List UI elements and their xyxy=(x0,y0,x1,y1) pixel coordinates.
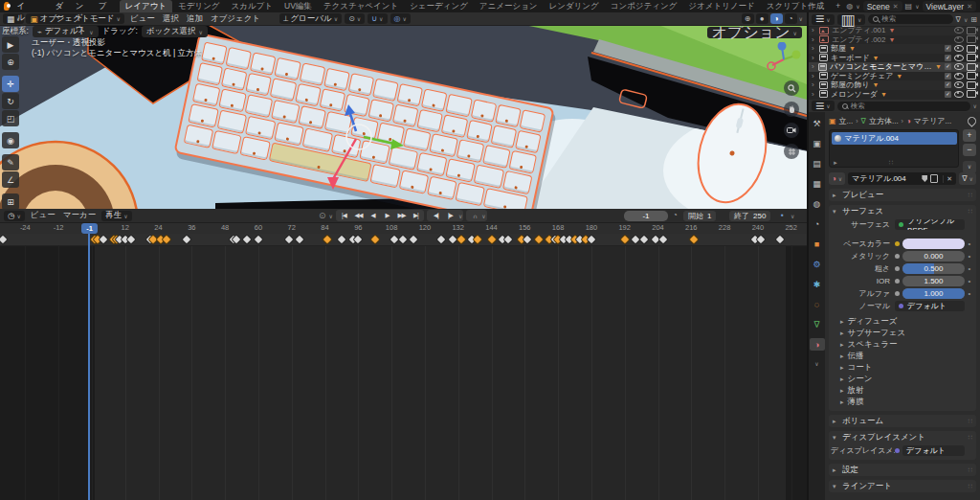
copy-datablock-icon[interactable] xyxy=(930,174,938,183)
tool-tab[interactable]: ⚒ xyxy=(810,117,825,129)
keyframe-diamond[interactable] xyxy=(632,236,639,243)
transform-tool[interactable]: ◉ xyxy=(2,132,19,148)
exclude-checkbox[interactable]: ✓ xyxy=(945,91,951,98)
frame-step-caret[interactable]: ∨ xyxy=(458,213,462,219)
キーボード[interactable]: › キーボード ▼ ✓ xyxy=(809,54,980,63)
keyframe-diamond[interactable] xyxy=(474,236,481,243)
value-slider[interactable]: 0.000 xyxy=(902,251,965,261)
blender-logo-icon[interactable] xyxy=(4,2,10,11)
object-name[interactable]: キーボード xyxy=(831,54,870,63)
エンプティ.001[interactable]: › エンプティ.001 ▼ ✓ xyxy=(809,26,980,35)
displacement-panel-header[interactable]: ▾ディスプレイスメント∷ xyxy=(829,431,976,443)
scene-tab[interactable]: ◍ xyxy=(810,197,825,210)
snap-toggle-icon[interactable]: ◎∨ xyxy=(390,13,411,24)
breadcrumb-material[interactable]: マテリア... xyxy=(914,116,951,126)
keyframe-diamond[interactable] xyxy=(338,236,345,243)
keyframe-diamond[interactable] xyxy=(370,236,378,243)
disable-render-camera-icon[interactable] xyxy=(967,81,976,89)
viewlayer-unlink-icon[interactable]: ✕ xyxy=(967,3,972,11)
frame-start-field[interactable]: 開始1 xyxy=(683,211,716,221)
topbar-menu-item[interactable]: ウィンドウ xyxy=(71,0,94,35)
workspace-tab[interactable]: + xyxy=(830,0,846,12)
rotate-tool[interactable]: ↻ xyxy=(2,93,19,109)
keyframe-diamond[interactable] xyxy=(523,236,531,243)
playback-button[interactable]: ▶▶ xyxy=(394,212,409,219)
timeline-menu-item[interactable]: マーカー xyxy=(63,210,96,221)
add-slot-button[interactable]: + xyxy=(963,129,976,142)
animate-dot[interactable]: • xyxy=(965,239,974,248)
keyframe-diamond[interactable] xyxy=(757,236,765,243)
workspace-tab[interactable]: スクリプト作成 xyxy=(761,0,831,12)
timeline-ruler[interactable]: -24-121224364860728496108120132144156168… xyxy=(0,222,807,234)
subpanel-header[interactable]: ▸サブサーフェス xyxy=(831,328,974,339)
material-name-field[interactable]: マテリアル.004 ✕ xyxy=(848,172,956,185)
exclude-checkbox[interactable]: ✓ xyxy=(945,73,951,80)
properties-editor-type-button[interactable]: ≡∨ xyxy=(812,101,835,111)
keyframe-diamond[interactable] xyxy=(504,236,512,243)
keyframe-diamond[interactable] xyxy=(390,236,398,243)
pin-icon[interactable] xyxy=(966,115,978,127)
breadcrumb-object[interactable]: 立... xyxy=(839,116,854,126)
output-tab[interactable]: ▤ xyxy=(810,157,825,170)
keyframe-diamond[interactable] xyxy=(296,236,303,243)
viewport-canvas[interactable]: 座標系: ⌁デフォルト∨ ドラッグ: ボックス選択∨ オプション∨ ユーザー・透… xyxy=(0,25,807,209)
navigation-gizmo[interactable] xyxy=(767,42,801,77)
timeline-editor[interactable]: ◷∨ ビューマーカー 再生∨ ⊙∨ |◀◀◀◀▶▶▶▶| ◀||▶ ∨ ∩∨ xyxy=(0,209,807,500)
outliner-scope-icon[interactable]: ▥∨ xyxy=(837,14,866,25)
playback-button[interactable]: ◀ xyxy=(366,212,380,219)
workspace-tab[interactable]: モデリング xyxy=(172,0,226,12)
keyframe-diamond[interactable] xyxy=(255,236,262,243)
部屋の飾り[interactable]: › 部屋の飾り ▼ ✓ xyxy=(809,80,980,90)
tab-scroll-caret[interactable]: ∨ xyxy=(814,360,818,367)
disable-render-camera-icon[interactable] xyxy=(967,90,976,98)
disable-render-camera-icon[interactable] xyxy=(967,45,976,53)
expand-arrow-icon[interactable]: › xyxy=(812,35,816,44)
keying-caret[interactable]: ∨ xyxy=(791,213,794,219)
workspace-tab[interactable]: シェーディング xyxy=(404,0,474,12)
cursor-tool[interactable]: ⊕ xyxy=(2,54,19,70)
color-swatch[interactable] xyxy=(902,239,965,249)
move-tool[interactable]: ✛ xyxy=(2,76,19,92)
subpanel-header[interactable]: ▸シーン xyxy=(831,374,974,385)
zoom-icon[interactable] xyxy=(784,80,799,96)
メロンソーダ[interactable]: › メロンソーダ ▼ ✓ xyxy=(809,90,980,100)
パソコンとモニターとマウスと机[interactable]: › パソコンとモニターとマウスと机 ▼ ✓ xyxy=(809,62,980,72)
outliner[interactable]: ≡∨ ▥∨ 検索 ∇∨ ⊞ › エンプティ.001 ▼ ✓ xyxy=(809,12,980,100)
keyframe-diamond[interactable] xyxy=(535,236,543,243)
hide-eye-icon[interactable] xyxy=(954,91,964,98)
exclude-checkbox[interactable]: ✓ xyxy=(945,55,951,61)
disable-render-camera-icon[interactable] xyxy=(967,27,976,34)
timeline-channel-area[interactable] xyxy=(0,234,807,500)
scene-dropdown-caret[interactable]: ∨ xyxy=(856,3,859,10)
object-tab[interactable]: ■ xyxy=(810,238,825,250)
frame-step-button[interactable]: |▶ xyxy=(443,212,457,219)
value-slider[interactable]: 0.500 xyxy=(902,263,965,274)
add-cube-tool[interactable]: ⊞ xyxy=(2,193,19,209)
hide-eye-icon[interactable] xyxy=(954,81,964,88)
keyframe-diamond[interactable] xyxy=(398,236,406,243)
hide-eye-icon[interactable] xyxy=(954,55,964,61)
playback-menu[interactable]: 再生∨ xyxy=(101,211,131,221)
physics-tab[interactable]: ◌ xyxy=(810,298,825,310)
keyframe-diamond[interactable] xyxy=(163,236,170,243)
workspace-tab[interactable]: レンダリング xyxy=(544,0,605,12)
keyframe-diamond[interactable] xyxy=(651,236,658,243)
viewlayer-tab[interactable]: ▦ xyxy=(810,177,825,190)
keyframe-diamond[interactable] xyxy=(487,236,495,243)
timeline-summary-track[interactable] xyxy=(0,234,807,246)
disable-render-camera-icon[interactable] xyxy=(967,72,976,80)
displacement-method-dropdown[interactable]: デフォルト xyxy=(902,445,965,456)
expand-arrow-icon[interactable]: › xyxy=(812,62,815,71)
viewport-menu-item[interactable]: オブジェクト xyxy=(207,13,264,25)
auto-key-record-icon[interactable]: ⊙ xyxy=(319,211,326,220)
lineart-panel-header[interactable]: ▾ラインアート∷ xyxy=(829,480,976,492)
hide-eye-icon[interactable] xyxy=(954,45,964,52)
disable-render-camera-icon[interactable] xyxy=(967,63,976,71)
keyframe-diamond[interactable] xyxy=(354,236,362,243)
measure-tool[interactable]: ∠ xyxy=(2,171,19,188)
keyframe-diamond[interactable] xyxy=(659,236,667,243)
fake-user-shield-icon[interactable] xyxy=(922,175,927,182)
keying-set-icon[interactable]: ▪ xyxy=(781,211,784,219)
subpanel-header[interactable]: ▸ディフューズ xyxy=(831,316,974,328)
subpanel-header[interactable]: ▸伝播 xyxy=(831,351,974,362)
